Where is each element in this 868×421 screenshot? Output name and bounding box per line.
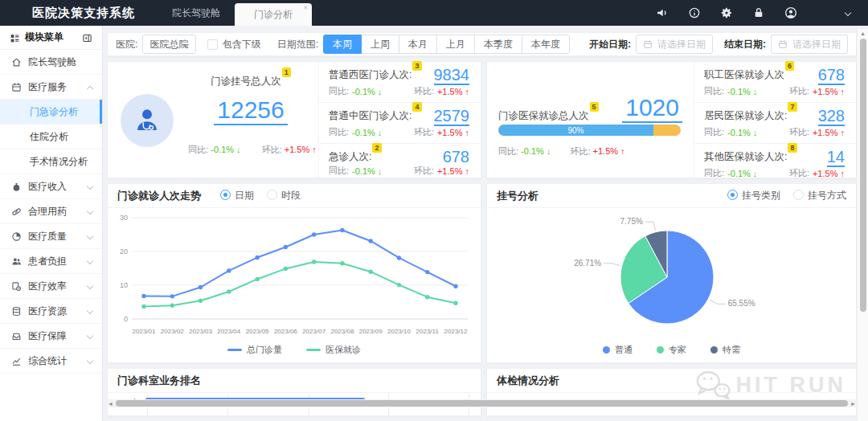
chevron-down-icon xyxy=(87,233,93,239)
insurance-value-link[interactable]: 1020 xyxy=(622,94,682,123)
legend-item[interactable]: 普通 xyxy=(603,344,633,356)
sidebar-item-medical-quality[interactable]: 医疗质量 xyxy=(0,224,102,249)
announcement-icon[interactable] xyxy=(656,6,669,19)
sidebar-menu: 院长驾驶舱医疗服务门急诊分析住院分析手术情况分析医疗收入合理用药医疗质量患者负担… xyxy=(0,50,102,374)
svg-text:2023/09: 2023/09 xyxy=(359,328,383,335)
doctor-avatar xyxy=(121,94,174,147)
medical-insurance-icon xyxy=(11,331,22,341)
pie-chart-svg: 65.55%26.71%7.75% xyxy=(490,210,853,338)
close-icon[interactable]: × xyxy=(303,4,308,12)
include-sub-label[interactable]: 包含下级 xyxy=(223,38,261,51)
date-range-group: 本周上周本月上月本季度本年度 xyxy=(323,35,570,54)
sidebar-subitem-inpatient-analysis[interactable]: 住院分析 xyxy=(0,125,102,149)
vertical-scroll-thumb[interactable] xyxy=(860,39,866,312)
legend-item[interactable]: 专家 xyxy=(657,344,686,356)
svg-text:2023/02: 2023/02 xyxy=(161,328,184,335)
sidebar-item-medical-efficiency[interactable]: 医疗效率 xyxy=(0,274,102,299)
lock-icon[interactable] xyxy=(752,6,765,19)
medical-revenue-icon xyxy=(11,182,22,192)
sidebar-item-comprehensive-statistics[interactable]: 综合统计 xyxy=(0,349,102,374)
trend-card-header: 门诊就诊人次走势 日期 时段 xyxy=(108,184,481,208)
svg-text:2023/05: 2023/05 xyxy=(246,328,269,335)
svg-text:20: 20 xyxy=(120,247,128,255)
range-option-6[interactable]: 本年度 xyxy=(522,35,570,54)
hospital-select[interactable]: 医院总院 xyxy=(142,35,195,54)
vertical-scrollbar[interactable]: ▲ xyxy=(857,29,868,421)
medical-resources-icon xyxy=(11,306,22,317)
dept-card-title: 门诊科室业务排名 xyxy=(117,374,201,388)
sidebar-item-medical-insurance[interactable]: 医疗保障 xyxy=(0,324,102,349)
sidebar-item-medical-service[interactable]: 医疗服务 xyxy=(0,75,102,100)
insurance-ratios: 同比: -0.1% ↓ 环比: +1.5% ↑ xyxy=(498,145,675,157)
rational-drug-use-icon xyxy=(11,206,22,217)
svg-text:2023/12: 2023/12 xyxy=(444,328,468,335)
range-option-2[interactable]: 上周 xyxy=(361,35,399,54)
stat-value-link[interactable]: 328 xyxy=(818,108,845,126)
stat-value-link[interactable]: 14 xyxy=(827,149,845,167)
end-date-placeholder: 请选择日期 xyxy=(792,38,841,51)
legend-item[interactable]: 总门诊量 xyxy=(227,344,282,356)
sidebar-subitem-surgery-analysis[interactable]: 手术情况分析 xyxy=(0,149,102,174)
sidebar-item-medical-resources[interactable]: 医疗资源 xyxy=(0,299,102,324)
tab-outpatient-analysis[interactable]: 门诊分析 × xyxy=(235,3,312,26)
radio-period[interactable]: 时段 xyxy=(267,189,301,202)
scroll-up-arrow-icon[interactable]: ▲ xyxy=(860,31,866,36)
rank-badge: 7 xyxy=(788,102,796,112)
user-avatar-icon[interactable] xyxy=(784,6,797,19)
collapse-sidebar-icon[interactable] xyxy=(82,32,92,43)
insurance-total: 门诊医保就诊总人次5 1020 90% 同比: -0.1% ↓ 环比: +1.5… xyxy=(487,62,694,178)
stat-other-insurance: 其他医保就诊人次:814同比:-0.1% ↓环比:+1.5% ↑ xyxy=(694,144,856,184)
registration-value-link[interactable]: 12256 xyxy=(214,96,287,125)
sidebar-subitem-outpatient-emergency-analysis[interactable]: 门急诊分析 xyxy=(0,100,102,125)
range-option-5[interactable]: 本季度 xyxy=(474,35,522,54)
sidebar-item-rational-drug-use[interactable]: 合理用药 xyxy=(0,199,102,224)
watermark-text: HIT RUN xyxy=(736,373,847,398)
horizontal-scrollbar[interactable]: ◄ ► xyxy=(107,399,857,407)
cockpit-icon xyxy=(11,57,22,67)
rank-badge: 2 xyxy=(372,143,381,153)
rank-badge: 8 xyxy=(788,143,796,153)
insurance-progress-label: 90% xyxy=(567,126,583,135)
svg-text:2023/01: 2023/01 xyxy=(133,328,156,335)
legend-item[interactable]: 特需 xyxy=(710,344,740,356)
range-option-3[interactable]: 本月 xyxy=(399,35,437,54)
stat-value-link[interactable]: 678 xyxy=(443,149,469,165)
chevron-down-icon[interactable] xyxy=(845,10,851,16)
legend-item[interactable]: 医保就诊 xyxy=(306,344,361,356)
tab-cockpit[interactable]: 院长驾驶舱 xyxy=(158,0,235,26)
insurance-stat-list: 职工医保就诊人次6678同比:-0.1% ↓环比:+1.5% ↑居民医保就诊人次… xyxy=(694,62,856,178)
sidebar-item-medical-revenue[interactable]: 医疗收入 xyxy=(0,174,102,199)
radio-reg-category[interactable]: 挂号类别 xyxy=(727,189,780,202)
include-sub-checkbox[interactable] xyxy=(207,39,218,50)
sidebar-item-cockpit[interactable]: 院长驾驶舱 xyxy=(0,50,102,75)
end-date-input[interactable]: 请选择日期 xyxy=(771,35,848,54)
svg-text:2023/08: 2023/08 xyxy=(330,328,354,335)
info-icon[interactable] xyxy=(688,6,701,19)
scroll-left-arrow-icon[interactable]: ◄ xyxy=(107,399,114,407)
horizontal-scroll-thumb[interactable] xyxy=(116,400,848,407)
doctor-icon xyxy=(132,105,162,136)
start-date-input[interactable]: 请选择日期 xyxy=(636,35,713,54)
gear-icon[interactable] xyxy=(720,6,733,19)
radio-date[interactable]: 日期 xyxy=(220,189,254,202)
medical-quality-icon xyxy=(11,231,22,242)
range-option-4[interactable]: 上月 xyxy=(436,35,475,54)
registration-stats-card: 门诊挂号总人次1 12256 同比: -0.1% ↓ 环比: +1.5% ↑ 普… xyxy=(107,61,481,178)
stat-value-link[interactable]: 9834 xyxy=(434,67,470,85)
department-ranking-card: 门诊科室业务排名 产科 xyxy=(107,368,481,416)
resize-handle xyxy=(595,405,606,407)
chevron-down-icon xyxy=(87,308,93,314)
radio-off-icon xyxy=(793,190,804,200)
sidebar-item-patient-burden[interactable]: 患者负担 xyxy=(0,249,102,274)
svg-text:65.55%: 65.55% xyxy=(728,299,755,308)
stat-value-link[interactable]: 678 xyxy=(818,67,845,85)
stat-value-link[interactable]: 2579 xyxy=(434,108,470,126)
radio-reg-method[interactable]: 挂号方式 xyxy=(793,189,846,202)
scroll-right-arrow-icon[interactable]: ► xyxy=(850,399,857,407)
chevron-down-icon xyxy=(87,333,93,339)
start-date-placeholder: 请选择日期 xyxy=(657,38,706,51)
sidebar-header-label: 模块菜单 xyxy=(25,31,63,44)
radio-on-icon xyxy=(727,190,738,200)
range-option-1[interactable]: 本周 xyxy=(323,35,362,54)
rank-badge: 6 xyxy=(785,61,794,71)
